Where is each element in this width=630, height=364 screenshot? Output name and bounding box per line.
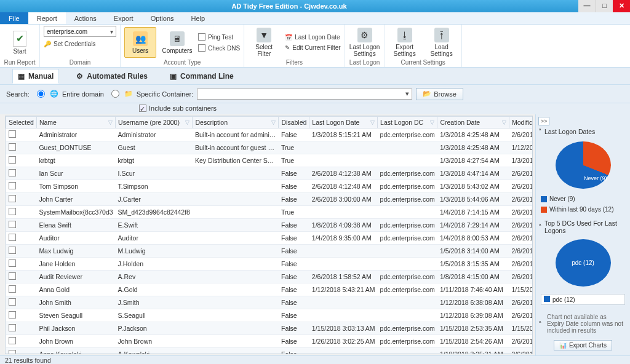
table-row[interactable]: Max LudwigM.LudwigFalse1/5/2018 3:14:00 … [6, 245, 533, 258]
row-checkbox[interactable] [9, 169, 16, 176]
cell-user: E.Swift [116, 219, 193, 232]
filter-icon[interactable]: ▽ [271, 119, 276, 125]
cell-mod: 1/15/2018 3:29:36 AM [509, 322, 533, 335]
col-creation-date[interactable]: Creation Date▽ [437, 117, 509, 129]
browse-button[interactable]: 📂Browse [416, 88, 463, 100]
minimize-button[interactable]: — [578, 0, 596, 12]
col-name[interactable]: Name▽ [36, 117, 115, 129]
col-last-logon-dc[interactable]: Last Logon DC▽ [378, 117, 437, 129]
filter-icon[interactable]: ▽ [302, 119, 306, 125]
col-selected[interactable]: Selected▽ [6, 117, 37, 129]
row-checkbox[interactable] [9, 130, 16, 138]
row-checkbox[interactable] [9, 247, 16, 254]
row-checkbox[interactable] [9, 143, 16, 151]
table-row[interactable]: Anna GoldA.GoldFalse1/12/2018 5:43:21 AM… [6, 283, 533, 296]
export-charts-button[interactable]: 📊Export Charts [554, 340, 612, 350]
row-checkbox[interactable] [9, 234, 16, 241]
cell-cre: 1/18/2018 3:25:31 AM [437, 348, 509, 355]
table-row[interactable]: Jane HoldenJ.HoldenFalse1/5/2018 3:15:35… [6, 258, 533, 271]
row-checkbox[interactable] [9, 182, 16, 189]
row-checkbox[interactable] [9, 259, 16, 267]
row-checkbox[interactable] [9, 221, 16, 228]
menu-report[interactable]: Report [28, 12, 66, 24]
results-grid[interactable]: Selected▽Name▽Username (pre 2000)▽Descri… [5, 116, 533, 354]
cell-mod: 1/12/2018 6:39:58 AM [509, 141, 533, 154]
menu-export[interactable]: Export [105, 12, 142, 24]
load-settings-button[interactable]: ⭱ Load Settings [426, 27, 458, 58]
filter-icon[interactable]: ▽ [108, 119, 113, 125]
row-checkbox[interactable] [9, 195, 16, 202]
filter-icon[interactable]: ▽ [30, 119, 34, 125]
tab-command-line[interactable]: ▣Command Line [165, 69, 239, 83]
last-logon-settings-button[interactable]: ⚙ Last Logon Settings [349, 27, 381, 58]
table-row[interactable]: SystemMailbox{8cc370d3SM_d423d9964c82442… [6, 206, 533, 219]
col-modification-date[interactable]: Modification Date▽ [509, 117, 533, 129]
cell-cre: 1/3/2018 5:43:02 AM [437, 180, 509, 193]
table-row[interactable]: Audit ReviewerA.RevFalse2/6/2018 1:58:52… [6, 271, 533, 283]
row-checkbox[interactable] [9, 208, 16, 215]
filter-icon[interactable]: ▽ [370, 119, 375, 125]
check-icon: ✔ [13, 31, 26, 47]
collapse-panel-button[interactable]: >> [538, 117, 549, 125]
table-row[interactable]: John BrownJohn BrownFalse1/26/2018 3:02:… [6, 335, 533, 348]
computers-button[interactable]: 🖥 Computers [161, 27, 193, 58]
table-row[interactable]: Elena SwiftE.SwiftFalse1/8/2018 4:09:38 … [6, 219, 533, 232]
select-filter-button[interactable]: ▼ Select Filter [248, 27, 280, 58]
row-checkbox-cell [6, 219, 37, 232]
radio-entire-domain[interactable] [37, 90, 45, 98]
menu-options[interactable]: Options [142, 12, 183, 24]
table-row[interactable]: Tom SimpsonT.SimpsonFalse2/6/2018 4:12:4… [6, 180, 533, 193]
table-row[interactable]: krbtgtkrbtgtKey Distribution Center Serv… [6, 154, 533, 167]
set-credentials-button[interactable]: 🔑 Set Credentials [44, 41, 95, 47]
domain-combo[interactable]: enterprise.com [44, 26, 116, 37]
users-button[interactable]: 👥 Users [124, 27, 156, 58]
edit-current-filter[interactable]: ✎Edit Current Filter [285, 44, 340, 51]
start-button[interactable]: ✔ Start [4, 27, 36, 58]
table-row[interactable]: Guest_DONTUSEGuestBuilt-in account for g… [6, 141, 533, 154]
table-row[interactable]: Anna KowalskiA.KowalskiFalse1/18/2018 3:… [6, 348, 533, 355]
table-row[interactable]: Ian ScurI.ScurFalse2/6/2018 4:12:38 AMpd… [6, 167, 533, 180]
row-checkbox[interactable] [9, 324, 16, 331]
check-dns-checkbox[interactable]: Check DNS [198, 44, 240, 52]
last-logon-date-filter[interactable]: 📅Last Logon Date [285, 34, 340, 41]
row-checkbox[interactable] [9, 285, 16, 293]
row-checkbox[interactable] [9, 156, 16, 164]
filter-icon[interactable]: ▽ [502, 119, 506, 125]
table-row[interactable]: John SmithJ.SmithFalse1/12/2018 6:38:08 … [6, 296, 533, 309]
tab-manual[interactable]: ▦Manual [12, 69, 59, 84]
table-row[interactable]: John CarterJ.CarterFalse2/6/2018 3:00:00… [6, 193, 533, 206]
ping-test-checkbox[interactable]: Ping Test [198, 33, 240, 41]
menu-file[interactable]: File [0, 12, 28, 24]
row-checkbox[interactable] [9, 350, 16, 354]
container-path-combo[interactable] [197, 89, 412, 100]
include-sub-checkbox[interactable]: ✓ [139, 105, 146, 112]
cell-cre: 1/4/2018 7:29:14 AM [437, 219, 509, 232]
cell-cre: 1/12/2018 6:38:08 AM [437, 296, 509, 309]
row-checkbox[interactable] [9, 298, 16, 306]
maximize-button[interactable]: □ [596, 0, 613, 12]
col-description[interactable]: Description▽ [193, 117, 279, 129]
cell-user: Guest [116, 141, 193, 154]
tab-automated-rules[interactable]: ⚙Automated Rules [71, 69, 153, 83]
table-row[interactable]: AuditorAuditorFalse1/4/2018 9:35:00 AMpd… [6, 232, 533, 245]
export-settings-button[interactable]: ⭳ Export Settings [389, 27, 421, 58]
cell-desc: Built-in account for guest acces [193, 141, 279, 154]
row-checkbox[interactable] [9, 337, 16, 344]
table-row[interactable]: AdministratorAdministratorBuilt-in accou… [6, 129, 533, 141]
close-button[interactable]: ✕ [613, 0, 630, 12]
cell-name: SystemMailbox{8cc370d3 [36, 206, 115, 219]
cell-desc [193, 232, 279, 245]
col-username-pre-2000-[interactable]: Username (pre 2000)▽ [116, 117, 193, 129]
filter-icon[interactable]: ▽ [430, 119, 434, 125]
row-checkbox[interactable] [9, 272, 16, 280]
table-row[interactable]: Steven SeagullS.SeagullFalse1/12/2018 6:… [6, 309, 533, 322]
col-disabled[interactable]: Disabled▽ [279, 117, 309, 129]
menu-actions[interactable]: Actions [66, 12, 105, 24]
menu-help[interactable]: Help [183, 12, 214, 24]
row-checkbox[interactable] [9, 311, 16, 318]
col-last-logon-date[interactable]: Last Logon Date▽ [309, 117, 378, 129]
cell-mod: 2/6/2018 2:55:58 AM [509, 180, 533, 193]
radio-specific-container[interactable] [111, 90, 119, 98]
table-row[interactable]: Phil JacksonP.JacksonFalse1/15/2018 3:03… [6, 322, 533, 335]
filter-icon[interactable]: ▽ [185, 119, 189, 125]
